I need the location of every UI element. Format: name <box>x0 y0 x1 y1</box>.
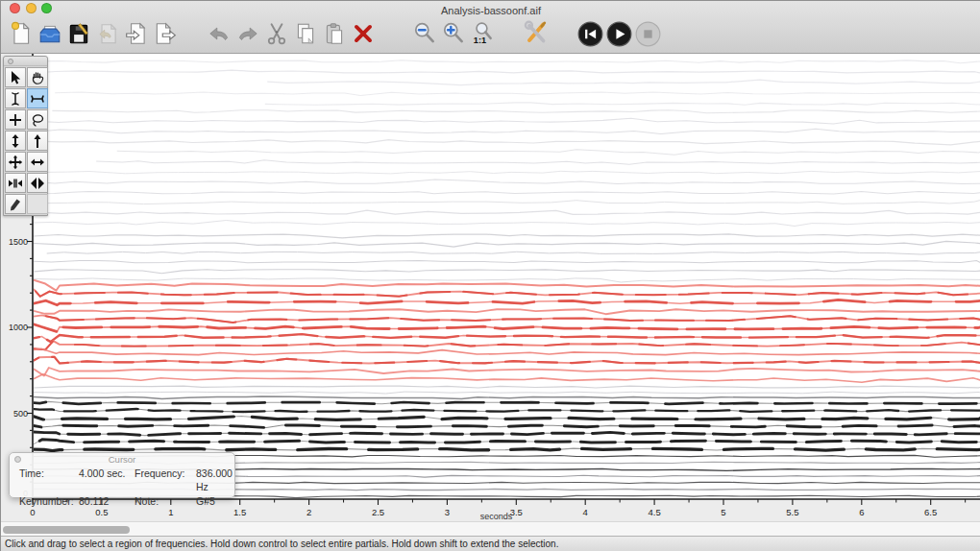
revert-document-icon <box>95 21 120 46</box>
zoom-window-button[interactable] <box>41 3 52 13</box>
frequency-label: Frequency: <box>135 467 196 493</box>
y-tick-label: 1000 <box>9 323 28 332</box>
time-value: 4.000 sec. <box>79 467 135 493</box>
horizontal-scrollbar[interactable] <box>1 521 980 536</box>
x-tick-label: 5 <box>721 507 725 517</box>
flip-horizontal-tool[interactable] <box>27 173 48 193</box>
x-tick-label: 1 <box>168 507 173 517</box>
x-tick-label: 2 <box>306 507 311 517</box>
cut-scissors-icon <box>264 21 289 46</box>
move-tool[interactable] <box>5 152 26 172</box>
stop-button <box>633 18 662 49</box>
stop-icon <box>635 21 661 47</box>
x-tick-label: 4 <box>583 507 588 517</box>
paste-clipboard-icon <box>322 21 347 46</box>
x-tick-label: 5.5 <box>786 507 798 517</box>
minimize-window-button[interactable] <box>26 3 37 13</box>
analysis-tools-button[interactable] <box>522 18 551 49</box>
revert-document-button <box>93 18 122 49</box>
zoom-out-button[interactable] <box>410 18 439 49</box>
plus-crosshair-icon <box>8 112 23 128</box>
move-cross-icon <box>8 155 23 170</box>
close-window-button[interactable] <box>10 3 20 13</box>
zoom-out-icon <box>412 21 437 46</box>
hand-icon <box>30 70 45 85</box>
status-text: Click and drag to select a region of fre… <box>1 537 980 551</box>
copy-icon <box>293 21 318 46</box>
app-window: Analysis-bassoonf.aif <box>0 0 980 551</box>
open-file-icon <box>37 21 62 46</box>
contract-horizontal-icon <box>8 176 23 191</box>
x-tick-label: 0 <box>30 507 35 517</box>
ibeam-vertical-icon <box>8 91 23 107</box>
tools-icon <box>523 20 550 47</box>
palette-empty-cell <box>27 194 48 214</box>
new-document-button[interactable] <box>7 18 36 49</box>
import-file-button[interactable] <box>122 18 151 49</box>
shift-horizontal-tool[interactable] <box>27 152 48 172</box>
pencil-tool[interactable] <box>5 194 26 214</box>
spectral-display[interactable]: 50010001500000.511.522.533.544.555.566.5… <box>1 54 980 521</box>
save-file-button[interactable] <box>64 18 93 49</box>
x-tick-label: 2.5 <box>372 507 384 517</box>
double-arrow-horizontal-icon <box>30 155 45 170</box>
export-file-button[interactable] <box>151 18 180 49</box>
delete-button[interactable] <box>349 18 378 49</box>
cut-button[interactable] <box>262 18 291 49</box>
pointer-tool[interactable] <box>5 67 26 87</box>
shift-up-tool[interactable] <box>27 131 48 151</box>
cursor-panel-titlebar[interactable]: Cursor <box>10 453 234 466</box>
squeeze-horizontal-tool[interactable] <box>5 173 26 193</box>
x-tick-label: 0.5 <box>95 507 108 517</box>
tool-palette <box>3 56 48 216</box>
undo-icon <box>207 21 232 46</box>
hand-scroll-tool[interactable] <box>27 67 48 87</box>
undo-button[interactable] <box>205 18 233 49</box>
play-icon <box>606 21 632 47</box>
delete-x-icon <box>351 21 376 46</box>
time-selection-tool[interactable] <box>5 88 26 108</box>
paste-button[interactable] <box>320 18 349 49</box>
double-arrow-vertical-icon <box>8 133 23 149</box>
x-axis-unit-label: seconds <box>480 512 513 521</box>
zoom-in-button[interactable] <box>439 18 468 49</box>
import-file-icon <box>124 21 149 46</box>
tool-palette-titlebar[interactable] <box>4 57 47 66</box>
zoom-one-to-one-icon: 1:1 <box>470 21 495 46</box>
frequency-value: 836.000 Hz <box>196 467 234 493</box>
note-value: G#5 <box>196 494 234 508</box>
status-bar: Click and drag to select a region of fre… <box>1 536 980 551</box>
solid-triangles-icon <box>30 176 45 191</box>
x-tick-label: 6.5 <box>924 507 937 517</box>
zoom-actual-size-button[interactable]: 1:1 <box>468 18 497 49</box>
horizontal-scrollbar-thumb[interactable] <box>3 526 130 534</box>
lasso-icon <box>30 112 45 128</box>
cursor-panel-close-button[interactable] <box>14 456 21 463</box>
stretch-vertical-tool[interactable] <box>5 131 26 151</box>
pointer-arrow-icon <box>8 70 23 85</box>
lasso-selection-tool[interactable] <box>27 109 48 130</box>
partial-selection-tool[interactable] <box>27 88 48 108</box>
toolbar: 1:1 <box>7 14 662 53</box>
window-chrome: Analysis-bassoonf.aif <box>1 1 980 54</box>
redo-icon <box>235 21 260 46</box>
zoom-in-icon <box>441 21 466 46</box>
plot-background[interactable] <box>33 54 980 499</box>
play-button[interactable] <box>604 18 633 49</box>
time-label: Time: <box>19 467 79 493</box>
pencil-icon <box>8 197 23 212</box>
keynumber-label: Keynumber: <box>19 494 79 508</box>
palette-close-button[interactable] <box>8 59 13 64</box>
open-file-button[interactable] <box>36 18 64 49</box>
redo-button[interactable] <box>233 18 262 49</box>
draw-partial-tool[interactable] <box>5 109 26 130</box>
cursor-info-panel: Cursor Time: 4.000 sec. Frequency: 836.0… <box>9 452 235 498</box>
keynumber-value: 80.112 <box>79 494 135 508</box>
arrow-up-icon <box>30 133 45 149</box>
cursor-panel-title: Cursor <box>109 454 136 465</box>
y-tick-label: 500 <box>13 409 28 419</box>
title-bar[interactable]: Analysis-bassoonf.aif <box>1 1 980 15</box>
rewind-to-start-button[interactable] <box>576 18 604 49</box>
main-content: 50010001500000.511.522.533.544.555.566.5… <box>1 54 980 521</box>
copy-button[interactable] <box>291 18 320 49</box>
